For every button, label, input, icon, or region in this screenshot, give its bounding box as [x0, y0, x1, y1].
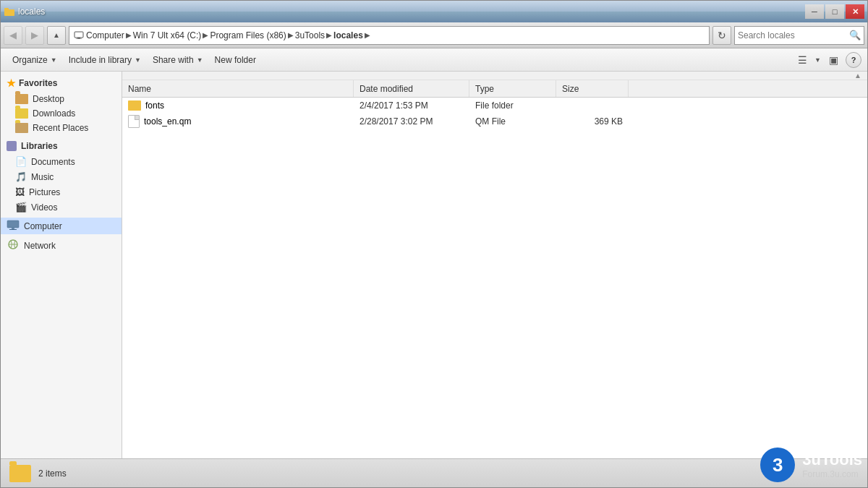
title-bar-left: locales [4, 6, 45, 17]
watermark-text: 3uTools Forum.3u.com [802, 450, 862, 479]
watermark: 3 3uTools Forum.3u.com [760, 448, 862, 482]
minimize-button[interactable]: ─ [805, 4, 824, 19]
music-icon: 🎵 [15, 171, 27, 182]
sidebar: ★ Favorites Desktop Downloads Recent Pla… [1, 72, 122, 458]
status-item-count: 2 items [38, 468, 67, 479]
address-field[interactable]: Computer ▶ Win 7 Ult x64 (C:) ▶ Program … [69, 26, 710, 45]
refresh-button[interactable]: ↻ [712, 26, 731, 45]
libraries-header[interactable]: Libraries [1, 138, 122, 154]
sidebar-item-documents[interactable]: 📄 Documents [1, 154, 122, 169]
share-with-button[interactable]: Share with ▼ [147, 51, 209, 69]
breadcrumb: Computer ▶ Win 7 Ult x64 (C:) ▶ Program … [74, 30, 705, 40]
toolbar-row: Organize ▼ Include in library ▼ Share wi… [1, 48, 867, 72]
svg-rect-2 [75, 32, 83, 38]
sidebar-item-recent-places[interactable]: Recent Places [1, 121, 122, 135]
svg-rect-6 [12, 228, 14, 229]
svg-rect-5 [7, 221, 19, 228]
search-icon: 🔍 [849, 30, 861, 40]
watermark-subtitle: Forum.3u.com [802, 469, 862, 479]
column-size-header[interactable]: Size [556, 80, 629, 97]
close-button[interactable]: ✕ [846, 4, 864, 19]
include-in-library-button[interactable]: Include in library ▼ [63, 51, 147, 69]
downloads-folder-icon [15, 108, 28, 119]
main-content: ★ Favorites Desktop Downloads Recent Pla… [1, 72, 867, 458]
sidebar-item-network[interactable]: Network [1, 237, 122, 254]
back-button[interactable]: ◀ [4, 26, 22, 45]
sidebar-item-music[interactable]: 🎵 Music [1, 169, 122, 184]
breadcrumb-computer: Computer [74, 30, 124, 40]
file-area: ▲ Name Date modified Type Size [122, 72, 867, 458]
sort-indicator: ▲ [122, 72, 867, 80]
documents-icon: 📄 [15, 156, 27, 167]
svg-rect-1 [4, 8, 9, 10]
file-size-cell: 369 KB [556, 116, 629, 127]
preview-pane-button[interactable]: ▣ [824, 51, 843, 69]
column-name-header[interactable]: Name [122, 80, 354, 97]
share-dropdown-arrow: ▼ [197, 56, 203, 64]
svg-rect-4 [76, 39, 82, 40]
svg-rect-7 [9, 229, 17, 230]
videos-icon: 🎬 [15, 202, 27, 213]
folder-title-icon [4, 6, 15, 17]
forward-button[interactable]: ▶ [25, 26, 44, 45]
search-box[interactable]: 🔍 [734, 26, 864, 45]
table-row[interactable]: fonts 2/4/2017 1:53 PM File folder [122, 98, 867, 114]
favorites-header[interactable]: ★ Favorites [1, 74, 122, 92]
sidebar-item-videos[interactable]: 🎬 Videos [1, 200, 122, 215]
network-icon [7, 239, 20, 252]
window-title: locales [18, 7, 45, 17]
file-name-cell: tools_en.qm [122, 115, 354, 128]
file-list: fonts 2/4/2017 1:53 PM File folder [122, 98, 867, 458]
favorites-star-icon: ★ [7, 77, 16, 89]
sidebar-item-desktop[interactable]: Desktop [1, 92, 122, 106]
libraries-icon [7, 141, 17, 151]
libraries-section: Libraries 📄 Documents 🎵 Music 🖼 Pictures… [1, 138, 122, 215]
recent-places-folder-icon [15, 123, 28, 133]
table-row[interactable]: tools_en.qm 2/28/2017 3:02 PM QM File 36… [122, 114, 867, 129]
computer-icon [7, 220, 20, 232]
sort-arrow-icon: ▲ [854, 72, 861, 80]
column-type-header[interactable]: Type [469, 80, 556, 97]
desktop-folder-icon [15, 94, 28, 104]
view-dropdown-arrow[interactable]: ▼ [814, 56, 821, 64]
window-controls: ─ □ ✕ [805, 4, 864, 19]
column-headers: Name Date modified Type Size [122, 80, 867, 98]
computer-section: Computer [1, 218, 122, 234]
address-bar-row: ◀ ▶ ▲ Computer ▶ Win 7 Ult x64 (C:) ▶ Pr… [1, 22, 867, 48]
file-date-cell: 2/28/2017 3:02 PM [354, 116, 469, 127]
file-icon [128, 115, 140, 128]
svg-rect-3 [77, 38, 80, 39]
file-date-cell: 2/4/2017 1:53 PM [354, 100, 469, 111]
watermark-logo: 3 [760, 448, 795, 482]
column-date-header[interactable]: Date modified [354, 80, 469, 97]
new-folder-button[interactable]: New folder [209, 51, 262, 69]
explorer-window: locales ─ □ ✕ ◀ ▶ ▲ Computer ▶ [0, 0, 868, 488]
folder-icon [128, 100, 141, 111]
favorites-section: ★ Favorites Desktop Downloads Recent Pla… [1, 74, 122, 135]
pictures-icon: 🖼 [15, 187, 25, 197]
watermark-title: 3uTools [802, 450, 862, 469]
sidebar-item-computer[interactable]: Computer [1, 218, 122, 234]
include-dropdown-arrow: ▼ [135, 56, 141, 64]
svg-rect-0 [4, 9, 14, 16]
toolbar-right: ☰ ▼ ▣ ? [793, 51, 861, 69]
status-bar: 2 items [1, 458, 867, 487]
sidebar-item-downloads[interactable]: Downloads [1, 106, 122, 121]
change-view-button[interactable]: ☰ [793, 51, 812, 69]
file-name-cell: fonts [122, 100, 354, 111]
file-type-cell: QM File [469, 116, 556, 127]
help-button[interactable]: ? [846, 52, 861, 68]
maximize-button[interactable]: □ [825, 4, 844, 19]
search-input[interactable] [738, 30, 849, 40]
up-button[interactable]: ▲ [47, 26, 66, 45]
organize-button[interactable]: Organize ▼ [7, 51, 63, 69]
file-type-cell: File folder [469, 100, 556, 111]
network-section: Network [1, 237, 122, 254]
status-folder-icon [9, 465, 31, 482]
title-bar: locales ─ □ ✕ [1, 1, 867, 22]
organize-dropdown-arrow: ▼ [51, 56, 57, 64]
sidebar-item-pictures[interactable]: 🖼 Pictures [1, 184, 122, 200]
